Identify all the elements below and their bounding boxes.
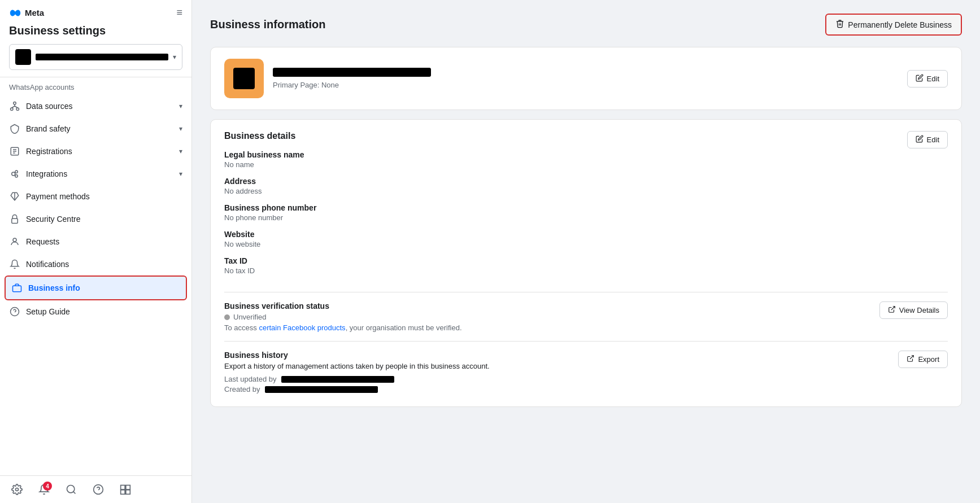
trash-icon xyxy=(835,19,844,30)
setup-guide-icon xyxy=(9,306,20,317)
sidebar-item-integrations[interactable]: Integrations ▾ xyxy=(0,163,191,185)
integrations-icon xyxy=(9,168,20,180)
svg-line-5 xyxy=(15,106,18,108)
business-profile-info: Primary Page: None xyxy=(273,68,898,89)
svg-point-10 xyxy=(12,172,15,176)
brand-safety-icon xyxy=(9,123,20,134)
svg-rect-30 xyxy=(126,490,130,495)
main-header: Business information Permanently Delete … xyxy=(210,14,962,36)
svg-line-15 xyxy=(15,175,15,176)
business-logo-inner xyxy=(233,68,255,89)
business-selector[interactable]: ▾ xyxy=(9,44,182,70)
sidebar-nav: Data sources ▾ Brand safety ▾ Registrati… xyxy=(0,95,191,475)
brand-safety-chevron: ▾ xyxy=(179,125,182,133)
search-icon-bottom[interactable] xyxy=(63,482,79,497)
website-value: No website xyxy=(224,240,907,248)
notifications-label: Notifications xyxy=(26,260,182,269)
sidebar-item-setup-guide[interactable]: Setup Guide xyxy=(0,300,191,323)
svg-line-31 xyxy=(891,307,895,310)
field-website: Website No website xyxy=(224,230,907,248)
view-details-label: View Details xyxy=(899,306,939,314)
chevron-down-icon: ▾ xyxy=(173,53,176,61)
registrations-icon xyxy=(9,146,20,157)
business-settings-title: Business settings xyxy=(9,24,182,37)
requests-label: Requests xyxy=(26,237,182,246)
business-name-redacted xyxy=(36,54,168,60)
security-centre-label: Security Centre xyxy=(26,215,182,224)
phone-label: Business phone number xyxy=(224,203,907,212)
address-value: No address xyxy=(224,187,907,195)
requests-icon xyxy=(9,236,20,247)
verification-status: Unverified xyxy=(224,313,879,321)
business-details-card: Business details Legal business name No … xyxy=(210,119,962,407)
details-edit-button[interactable]: Edit xyxy=(907,131,948,148)
svg-point-18 xyxy=(13,238,16,242)
sidebar-item-payment-methods[interactable]: Payment methods xyxy=(0,185,191,208)
sidebar-item-registrations[interactable]: Registrations ▾ xyxy=(0,140,191,163)
settings-icon-bottom[interactable] xyxy=(9,482,25,497)
business-history-section: Business history Export a history of man… xyxy=(224,341,948,395)
bell-icon-bottom[interactable]: 4 xyxy=(36,482,52,497)
export-icon xyxy=(907,355,914,364)
sidebar-item-business-info[interactable]: Business info xyxy=(5,275,187,300)
brand-safety-label: Brand safety xyxy=(26,124,173,133)
profile-edit-button[interactable]: Edit xyxy=(907,70,948,88)
svg-point-1 xyxy=(11,108,14,111)
main-content: Business information Permanently Delete … xyxy=(192,0,980,503)
page-title: Business information xyxy=(210,18,325,31)
business-details-content: Business details Legal business name No … xyxy=(224,131,907,283)
facebook-products-link[interactable]: certain Facebook products xyxy=(259,323,345,332)
sidebar-bottom: 4 xyxy=(0,475,191,503)
sidebar-top: Meta ≡ Business settings ▾ xyxy=(0,0,191,77)
business-info-label: Business info xyxy=(28,283,180,292)
integrations-chevron: ▾ xyxy=(179,170,182,178)
svg-point-22 xyxy=(16,488,19,491)
business-profile-card: Primary Page: None Edit xyxy=(210,47,962,110)
last-updated-value-redacted xyxy=(281,376,394,383)
meta-logo-row: Meta ≡ xyxy=(9,7,182,19)
svg-rect-27 xyxy=(121,485,125,490)
setup-guide-label: Setup Guide xyxy=(26,307,182,316)
export-button[interactable]: Export xyxy=(898,351,948,368)
edit-pencil-icon xyxy=(916,74,924,84)
permanently-delete-business-button[interactable]: Permanently Delete Business xyxy=(825,14,962,36)
meta-logo: Meta xyxy=(9,8,44,18)
svg-line-14 xyxy=(15,172,15,173)
field-legal-name: Legal business name No name xyxy=(224,150,907,169)
notifications-icon xyxy=(9,259,20,270)
business-details-header: Business details Legal business name No … xyxy=(224,131,948,283)
address-label: Address xyxy=(224,177,907,186)
sidebar-item-brand-safety[interactable]: Brand safety ▾ xyxy=(0,117,191,140)
history-title: Business history xyxy=(224,351,898,360)
security-centre-icon xyxy=(9,213,20,225)
verification-note: To access certain Facebook products, you… xyxy=(224,323,879,332)
created-by-prefix: Created by xyxy=(224,385,260,393)
data-sources-icon xyxy=(9,100,20,112)
legal-name-value: No name xyxy=(224,160,907,169)
svg-rect-28 xyxy=(126,485,130,490)
svg-point-23 xyxy=(67,485,75,493)
svg-line-4 xyxy=(12,106,15,108)
business-profile-row: Primary Page: None Edit xyxy=(224,59,948,98)
meta-logo-icon xyxy=(9,9,21,17)
view-details-button[interactable]: View Details xyxy=(879,301,948,319)
integrations-label: Integrations xyxy=(26,169,173,178)
last-updated-prefix: Last updated by xyxy=(224,375,277,383)
help-icon-bottom[interactable] xyxy=(90,482,106,497)
business-details-title: Business details xyxy=(224,131,907,141)
sidebar-item-notifications[interactable]: Notifications xyxy=(0,253,191,275)
payment-methods-icon xyxy=(9,191,20,202)
registrations-chevron: ▾ xyxy=(179,147,182,155)
sidebar-item-security-centre[interactable]: Security Centre xyxy=(0,208,191,230)
sidebar-item-data-sources[interactable]: Data sources ▾ xyxy=(0,95,191,117)
hamburger-icon[interactable]: ≡ xyxy=(176,7,182,19)
svg-rect-29 xyxy=(121,490,125,495)
details-edit-pencil-icon xyxy=(916,135,924,145)
business-avatar xyxy=(15,49,31,65)
toggle-icon-bottom[interactable] xyxy=(117,482,133,497)
field-tax-id: Tax ID No tax ID xyxy=(224,256,907,275)
sidebar-item-requests[interactable]: Requests xyxy=(0,230,191,253)
data-sources-label: Data sources xyxy=(26,102,173,111)
tax-id-label: Tax ID xyxy=(224,256,907,265)
legal-name-label: Legal business name xyxy=(224,150,907,159)
